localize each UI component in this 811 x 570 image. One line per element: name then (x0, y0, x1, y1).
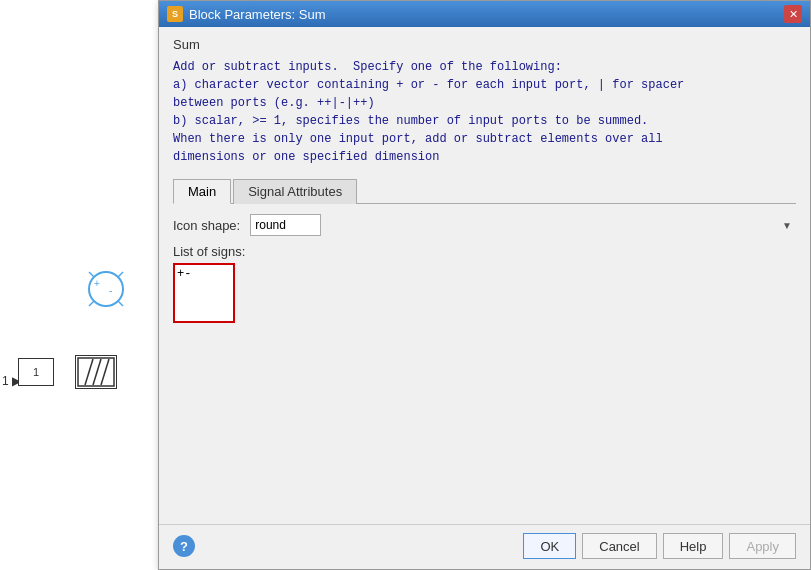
title-left: S Block Parameters: Sum (167, 6, 326, 22)
tab-main[interactable]: Main (173, 179, 231, 204)
dialog-main-content: Sum Add or subtract inputs. Specify one … (159, 27, 810, 524)
tab-signal-attributes[interactable]: Signal Attributes (233, 179, 357, 204)
dialog-icon: S (167, 6, 183, 22)
help-icon[interactable]: ? (173, 535, 195, 557)
icon-shape-select[interactable]: round rectangular (250, 214, 321, 236)
desc-line-4: b) scalar, >= 1, specifies the number of… (173, 112, 796, 130)
svg-text:-: - (109, 285, 112, 296)
apply-button[interactable]: Apply (729, 533, 796, 559)
block-1: 1 (18, 358, 54, 386)
dialog-title: Block Parameters: Sum (189, 7, 326, 22)
block-parameters-dialog: S Block Parameters: Sum ✕ Sum Add or sub… (158, 0, 811, 570)
button-row: ? OK Cancel Help Apply (159, 524, 810, 569)
block-name-label: Sum (173, 37, 796, 52)
block-2 (75, 355, 117, 389)
sum-block: + - (85, 268, 121, 304)
tabs-row: Main Signal Attributes (173, 178, 796, 204)
svg-text:+: + (94, 278, 100, 289)
list-of-signs-label: List of signs: (173, 244, 796, 259)
help-button[interactable]: Help (663, 533, 724, 559)
description-text: Add or subtract inputs. Specify one of t… (173, 58, 796, 166)
desc-line-6: dimensions or one specified dimension (173, 148, 796, 166)
canvas-area: + - 1 ▶ 1 (0, 0, 160, 570)
desc-line-1: Add or subtract inputs. Specify one of t… (173, 58, 796, 76)
desc-line-3: between ports (e.g. ++|-|++) (173, 94, 796, 112)
icon-shape-select-wrapper: round rectangular ▼ (250, 214, 796, 236)
cancel-button[interactable]: Cancel (582, 533, 656, 559)
signs-input[interactable]: +- (177, 267, 231, 319)
icon-shape-row: Icon shape: round rectangular ▼ (173, 214, 796, 236)
ok-button[interactable]: OK (523, 533, 576, 559)
close-button[interactable]: ✕ (784, 5, 802, 23)
signs-input-area[interactable]: +- (173, 263, 235, 323)
desc-line-5: When there is only one input port, add o… (173, 130, 796, 148)
dialog-titlebar: S Block Parameters: Sum ✕ (159, 1, 810, 27)
select-arrow-icon: ▼ (782, 220, 792, 231)
desc-line-2: a) character vector containing + or - fo… (173, 76, 796, 94)
icon-shape-label: Icon shape: (173, 218, 240, 233)
